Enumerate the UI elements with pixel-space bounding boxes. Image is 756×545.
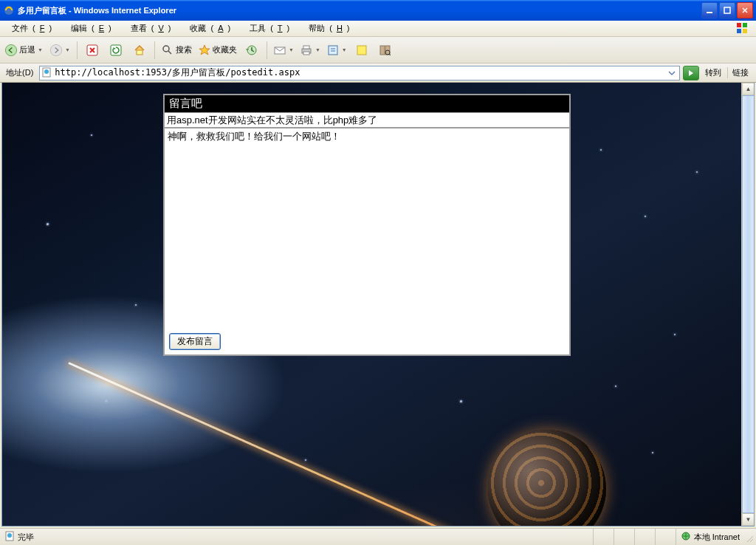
home-button[interactable]: [129, 40, 150, 61]
edit-button[interactable]: ▼: [325, 40, 348, 61]
svg-point-8: [50, 44, 61, 55]
go-button[interactable]: [683, 66, 699, 80]
close-button[interactable]: [737, 2, 753, 18]
form-header: 留言吧: [165, 95, 569, 112]
svg-point-7: [5, 44, 16, 55]
scroll-up-button[interactable]: ▲: [742, 83, 755, 95]
svg-rect-3: [737, 23, 741, 27]
scroll-thumb[interactable]: [742, 95, 755, 513]
svg-rect-19: [357, 46, 366, 55]
minimize-button[interactable]: [701, 2, 718, 18]
favorites-button[interactable]: 收藏夹: [196, 40, 238, 61]
menu-help[interactable]: 帮助(H): [300, 21, 354, 35]
status-bar: 完毕 本地 Intranet: [0, 528, 756, 545]
svg-rect-1: [707, 12, 712, 13]
window-title: 多用户留言板 - Windows Internet Explorer: [18, 5, 701, 16]
status-pane: [655, 529, 676, 545]
links-label[interactable]: 链接: [727, 67, 753, 78]
status-text: 完毕: [18, 532, 34, 543]
refresh-button[interactable]: [106, 40, 126, 61]
subject-input[interactable]: [165, 112, 569, 128]
zone-label: 本地 Intranet: [694, 532, 740, 543]
menu-tools[interactable]: 工具(T): [241, 21, 294, 35]
submit-button[interactable]: 发布留言: [169, 333, 221, 350]
back-label: 后退: [19, 44, 35, 55]
svg-rect-2: [724, 7, 730, 13]
address-bar: 地址(D) 转到 链接: [0, 64, 756, 83]
history-button[interactable]: [241, 40, 262, 61]
svg-point-12: [163, 46, 169, 52]
page-content: 留言吧 神啊，救救我们吧！给我们一个网站吧！ 发布留言 ▲ ▼: [1, 83, 755, 527]
search-label: 搜索: [176, 44, 192, 55]
address-field[interactable]: [39, 66, 680, 80]
body-textarea[interactable]: 神啊，救救我们吧！给我们一个网站吧！: [165, 128, 569, 321]
chevron-down-icon: ▼: [37, 47, 43, 52]
ie-logo-icon: [731, 19, 753, 38]
go-label: 转到: [702, 67, 724, 78]
forward-button[interactable]: ▼: [47, 38, 72, 62]
print-button[interactable]: ▼: [298, 40, 322, 61]
page-icon: [41, 67, 52, 79]
status-pane: [614, 529, 634, 545]
address-label: 地址(D): [3, 67, 36, 78]
ie-page-icon: [3, 4, 15, 16]
message-form: 留言吧 神啊，救救我们吧！给我们一个网站吧！ 发布留言: [163, 94, 571, 356]
notes-button[interactable]: [351, 40, 372, 61]
address-dropdown-icon[interactable]: [666, 67, 678, 79]
mail-button[interactable]: ▼: [272, 40, 295, 61]
toolbar: 后退 ▼ ▼ 搜索 收藏夹 ▼ ▼ ▼: [0, 37, 756, 64]
maximize-button[interactable]: [719, 2, 735, 18]
stop-button[interactable]: [82, 40, 103, 61]
svg-rect-16: [303, 46, 309, 49]
svg-rect-17: [303, 52, 309, 55]
menu-edit[interactable]: 编辑(E): [62, 21, 116, 35]
window-buttons: [701, 2, 753, 18]
menu-view[interactable]: 查看(V): [122, 21, 176, 35]
status-pane: [593, 529, 614, 545]
svg-rect-10: [111, 45, 121, 55]
svg-point-26: [7, 533, 12, 538]
chevron-down-icon: ▼: [288, 47, 294, 52]
menu-file[interactable]: 文件(F): [3, 21, 56, 35]
separator: [154, 41, 155, 59]
separator: [267, 41, 267, 59]
url-input[interactable]: [55, 68, 663, 78]
svg-rect-20: [380, 46, 385, 55]
menu-favorites[interactable]: 收藏(A): [181, 21, 235, 35]
back-button[interactable]: 后退 ▼: [3, 38, 44, 62]
search-button[interactable]: 搜索: [159, 40, 193, 61]
status-pane: [634, 529, 655, 545]
vertical-scrollbar[interactable]: ▲ ▼: [741, 83, 754, 526]
chevron-down-icon: ▼: [341, 47, 347, 52]
scroll-down-button[interactable]: ▼: [742, 513, 755, 526]
zone-pane: 本地 Intranet: [676, 529, 744, 545]
svg-rect-6: [743, 29, 747, 33]
svg-rect-4: [743, 23, 747, 27]
svg-point-24: [44, 69, 49, 74]
resize-grip[interactable]: [744, 529, 756, 545]
research-button[interactable]: [375, 40, 396, 61]
chevron-down-icon: ▼: [64, 47, 70, 52]
favorites-label: 收藏夹: [213, 44, 237, 55]
intranet-icon: [681, 531, 691, 543]
separator: [77, 41, 78, 59]
svg-rect-5: [737, 29, 741, 33]
chevron-down-icon: ▼: [315, 47, 320, 52]
titlebar: 多用户留言板 - Windows Internet Explorer: [0, 0, 756, 21]
menubar: 文件(F) 编辑(E) 查看(V) 收藏(A) 工具(T) 帮助(H): [0, 21, 756, 37]
planet-decoration: [488, 430, 606, 527]
svg-rect-18: [329, 46, 337, 55]
svg-rect-11: [137, 50, 142, 55]
done-icon: [4, 531, 15, 543]
